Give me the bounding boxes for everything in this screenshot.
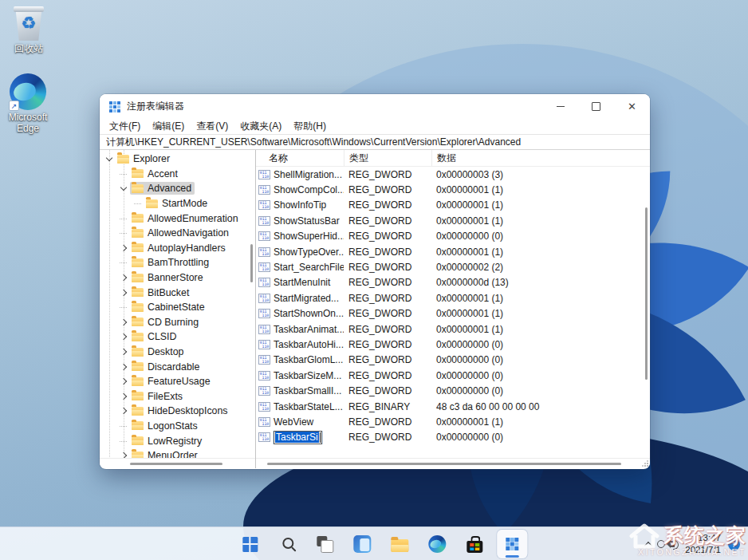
registry-value-row[interactable]: 011110ShowTypeOver...REG_DWORD0x00000001…: [256, 244, 650, 259]
tree-leaf-stub: [119, 168, 130, 179]
title-bar[interactable]: 注册表编辑器 ✕: [100, 94, 650, 118]
column-header-name[interactable]: 名称: [256, 152, 344, 165]
reg-dword-icon: 011110: [258, 231, 270, 241]
registry-value-row[interactable]: 011110ShowStatusBarREG_DWORD0x00000001 (…: [256, 213, 650, 228]
taskbar-start-button[interactable]: [234, 530, 265, 558]
registry-value-row[interactable]: 011110ShellMigration...REG_DWORD0x000000…: [256, 167, 650, 182]
menu-item[interactable]: 文件(F): [109, 120, 140, 133]
svg-text:110: 110: [262, 175, 270, 179]
taskbar-microsoft-store-button[interactable]: [459, 530, 490, 558]
value-data: 0x00000003 (3): [431, 169, 650, 180]
svg-text:110: 110: [262, 438, 270, 442]
tree-item-cd-burning[interactable]: CD Burning: [100, 315, 255, 330]
tree-item-bannerstore[interactable]: BannerStore: [100, 270, 255, 286]
chevron-right-icon[interactable]: [119, 376, 130, 387]
folder-icon: [132, 184, 144, 193]
reg-dword-icon: 011110: [258, 432, 270, 442]
registry-value-row[interactable]: 011110ShowSuperHid...REG_DWORD0x00000000…: [256, 229, 650, 244]
menu-item[interactable]: 查看(V): [196, 120, 228, 133]
chevron-right-icon[interactable]: [119, 287, 130, 298]
list-horizontal-scrollbar[interactable]: [267, 463, 621, 465]
column-header-data[interactable]: 数据: [431, 150, 650, 166]
taskbar-registry-editor-button[interactable]: [497, 530, 527, 558]
value-data: 0x0000000d (13): [431, 277, 650, 288]
tree-item-startmode[interactable]: StartMode: [100, 196, 255, 211]
chevron-right-icon[interactable]: [119, 243, 130, 254]
desktop-icon-recycle-bin[interactable]: ♻ 回收站: [3, 6, 54, 55]
tree-item-explorer[interactable]: Explorer: [100, 152, 255, 167]
chevron-right-icon[interactable]: [119, 346, 130, 357]
column-header-type[interactable]: 类型: [344, 150, 431, 166]
volume-icon[interactable]: [671, 541, 675, 547]
registry-value-list: 名称 类型 数据 011110ShellMigration...REG_DWOR…: [256, 150, 650, 468]
taskbar-clock[interactable]: 13:47 2021/7/1: [685, 532, 721, 556]
tree-item-allowedenumeration[interactable]: AllowedEnumeration: [100, 211, 255, 226]
registry-value-row[interactable]: 011110TaskbarSizeM...REG_DWORD0x00000000…: [256, 368, 650, 383]
tree-item-logonstats[interactable]: LogonStats: [100, 419, 255, 434]
taskbar-widgets-button[interactable]: [347, 530, 377, 558]
folder-icon: [132, 377, 144, 386]
chevron-right-icon[interactable]: [119, 272, 130, 283]
desktop-icon-edge[interactable]: ↗ Microsoft Edge: [2, 73, 53, 135]
registry-value-row[interactable]: 011110ShowCompCol...REG_DWORD0x00000001 …: [256, 182, 650, 197]
taskbar-edge-button[interactable]: [422, 530, 452, 558]
tray-chevron-up-icon[interactable]: [644, 541, 652, 549]
tree-item-clsid[interactable]: CLSID: [100, 329, 255, 345]
registry-value-row[interactable]: 011110StartMigrated...REG_DWORD0x0000000…: [256, 290, 650, 306]
registry-value-row[interactable]: 011110StartMenuInitREG_DWORD0x0000000d (…: [256, 275, 650, 290]
close-button[interactable]: ✕: [614, 94, 650, 118]
address-input[interactable]: [100, 135, 650, 149]
chevron-down-icon[interactable]: [119, 183, 130, 194]
tree-vertical-scrollbar[interactable]: [250, 244, 253, 282]
registry-value-row[interactable]: 011110TaskbarGlomL...REG_DWORD0x00000000…: [256, 353, 650, 368]
value-name: ShellMigration...: [274, 169, 342, 180]
network-icon[interactable]: [657, 540, 665, 548]
taskbar-task-view-button[interactable]: [309, 530, 340, 558]
maximize-button[interactable]: [578, 94, 614, 118]
chevron-right-icon[interactable]: [119, 405, 130, 416]
tree-item-autoplayhandlers[interactable]: AutoplayHandlers: [100, 241, 255, 256]
tree-item-bitbucket[interactable]: BitBucket: [100, 285, 255, 300]
registry-value-row[interactable]: 011110TaskbarAutoHi...REG_DWORD0x0000000…: [256, 337, 650, 352]
registry-value-row[interactable]: 011110Start_SearchFilesREG_DWORD0x000000…: [256, 259, 650, 274]
registry-value-row[interactable]: 011110StartShownOn...REG_DWORD0x00000001…: [256, 306, 650, 321]
chevron-right-icon[interactable]: [119, 391, 130, 402]
registry-value-row[interactable]: 011110TaskbarStateL...REG_BINARY48 c3 da…: [256, 399, 650, 414]
list-vertical-scrollbar[interactable]: [645, 207, 648, 380]
menu-item[interactable]: 收藏夹(A): [240, 120, 281, 133]
notification-badge[interactable]: 7: [728, 538, 740, 550]
tree-item-allowednavigation[interactable]: AllowedNavigation: [100, 226, 255, 241]
registry-value-row[interactable]: 011110TaskbarSiREG_DWORD0x00000000 (0): [256, 430, 650, 445]
chevron-right-icon[interactable]: [119, 361, 130, 373]
tree-item-fileexts[interactable]: FileExts: [100, 389, 255, 404]
tree-item-bamthrottling[interactable]: BamThrottling: [100, 255, 255, 270]
registry-value-row[interactable]: 011110TaskbarSmallI...REG_DWORD0x0000000…: [256, 383, 650, 398]
menu-item[interactable]: 帮助(H): [293, 120, 326, 133]
menu-item[interactable]: 编辑(E): [152, 120, 184, 133]
tree-item-discardable[interactable]: Discardable: [100, 359, 255, 374]
tree-item-hidedesktopicons[interactable]: HideDesktopIcons: [100, 404, 255, 419]
list-horizontal-scroll-zone[interactable]: [256, 458, 650, 468]
chevron-right-icon[interactable]: [119, 317, 130, 328]
tree-item-lowregistry[interactable]: LowRegistry: [100, 433, 255, 448]
tree-item-featureusage[interactable]: FeatureUsage: [100, 374, 255, 389]
taskbar-search-button[interactable]: [272, 530, 302, 558]
chevron-down-icon[interactable]: [104, 153, 116, 164]
svg-text:110: 110: [262, 252, 270, 256]
rename-edit-box[interactable]: TaskbarSi: [274, 431, 322, 444]
registry-value-row[interactable]: 011110ShowInfoTipREG_DWORD0x00000001 (1): [256, 198, 650, 213]
tree-item-label: Explorer: [133, 153, 170, 164]
tree-item-cabinetstate[interactable]: CabinetState: [100, 300, 255, 315]
window-resize-grip[interactable]: [642, 460, 648, 467]
tree-item-accent[interactable]: Accent: [100, 167, 255, 182]
tree-horizontal-scroll-zone[interactable]: [100, 458, 255, 468]
tree-item-desktop[interactable]: Desktop: [100, 345, 255, 360]
tree-item-advanced[interactable]: Advanced: [100, 181, 255, 196]
minimize-button[interactable]: [542, 94, 578, 118]
value-name: TaskbarAutoHi...: [274, 339, 344, 350]
tree-horizontal-scrollbar[interactable]: [130, 463, 222, 465]
registry-value-row[interactable]: 011110WebViewREG_DWORD0x00000001 (1): [256, 414, 650, 429]
chevron-right-icon[interactable]: [119, 331, 130, 342]
taskbar-file-explorer-button[interactable]: [384, 530, 415, 558]
registry-value-row[interactable]: 011110TaskbarAnimat...REG_DWORD0x0000000…: [256, 321, 650, 337]
